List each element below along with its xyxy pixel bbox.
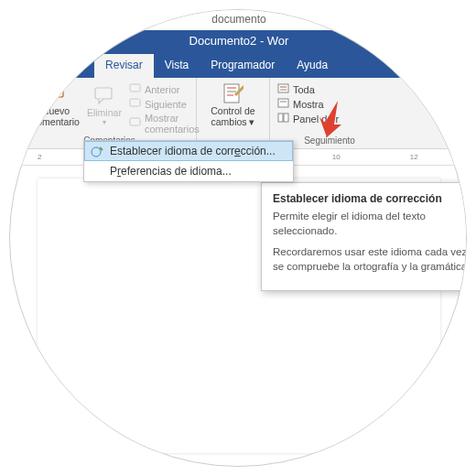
track-changes-icon bbox=[222, 82, 243, 104]
process-titlebar: documento bbox=[9, 10, 467, 30]
delete-label: Eliminar bbox=[87, 108, 122, 119]
tab-help[interactable]: Ayuda bbox=[286, 54, 339, 78]
pane-icon bbox=[277, 113, 290, 125]
new-comment-l1: Nuevo bbox=[42, 106, 70, 117]
previous-comment-button: Anterior bbox=[129, 82, 200, 97]
new-comment-button[interactable]: + Nuevo comentario bbox=[28, 81, 83, 135]
delete-comment-button: Eliminar ▾ bbox=[83, 81, 125, 135]
comment-next-icon bbox=[129, 98, 142, 111]
tab-review[interactable]: Revisar bbox=[94, 54, 154, 78]
new-comment-l2: comentario bbox=[32, 117, 80, 128]
comment-plus-icon: + bbox=[45, 82, 67, 104]
tooltip-p2: Recordaremos usar este idioma cada vez q… bbox=[273, 245, 467, 274]
track-changes-button[interactable]: Control de cambios ▾ bbox=[207, 81, 258, 129]
tooltip-p1: Permite elegir el idioma del texto selec… bbox=[273, 210, 467, 238]
tooltip-title: Establecer idioma de corrección bbox=[273, 192, 467, 205]
tab-correspondence[interactable]: espondencia bbox=[10, 54, 94, 78]
ribbon: dioma ▾ + Nuevo comentario bbox=[9, 78, 467, 149]
svg-point-20 bbox=[92, 147, 101, 157]
svg-text:+: + bbox=[60, 83, 65, 93]
menu-language-preferences[interactable]: Preferencias de idioma... bbox=[84, 161, 293, 181]
svg-rect-18 bbox=[278, 114, 283, 122]
ribbon-tabs: espondencia Revisar Vista Programador Ay… bbox=[9, 54, 467, 78]
markup-show-icon bbox=[277, 98, 290, 111]
svg-rect-5 bbox=[95, 88, 112, 99]
comment-prev-icon bbox=[129, 83, 142, 96]
window-title: Documento2 - Wor bbox=[9, 30, 467, 54]
comment-show-icon bbox=[129, 117, 142, 130]
comment-x-icon bbox=[93, 84, 115, 106]
svg-rect-13 bbox=[278, 84, 288, 92]
tooltip: Establecer idioma de corrección Permite … bbox=[261, 182, 467, 291]
proofing-language-icon bbox=[91, 146, 103, 158]
show-comments-button: Mostrar comentarios bbox=[129, 112, 200, 135]
markup-all-icon bbox=[277, 83, 290, 96]
all-markup-button[interactable]: Toda bbox=[277, 82, 384, 97]
svg-rect-6 bbox=[130, 84, 140, 92]
svg-rect-3 bbox=[47, 86, 63, 97]
menu-set-proofing-language[interactable]: Establecer idioma de corrección... bbox=[84, 141, 293, 161]
tab-view[interactable]: Vista bbox=[154, 54, 200, 78]
annotation-arrow-icon bbox=[314, 97, 347, 139]
tab-developer[interactable]: Programador bbox=[200, 54, 286, 78]
track-l2: cambios ▾ bbox=[211, 117, 254, 128]
next-comment-button: Siguiente bbox=[129, 97, 200, 112]
svg-rect-16 bbox=[278, 99, 288, 107]
svg-rect-8 bbox=[130, 118, 140, 125]
svg-rect-7 bbox=[130, 99, 140, 106]
language-dropdown: Establecer idioma de corrección... Prefe… bbox=[83, 140, 294, 182]
svg-rect-19 bbox=[284, 114, 288, 122]
